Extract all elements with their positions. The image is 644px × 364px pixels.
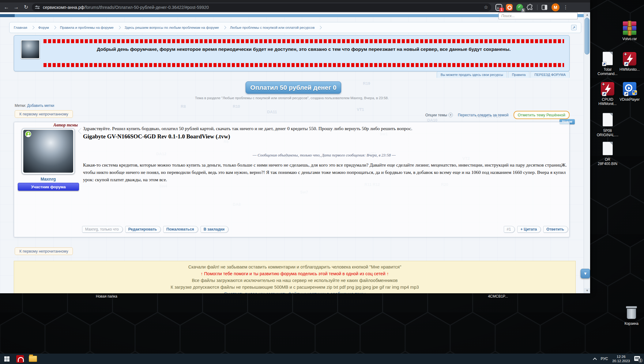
tags-label: Метки: xyxy=(15,103,26,108)
desktop-icon-hwmonitor[interactable]: + ↗ HWMonito... xyxy=(616,51,644,72)
desktop-icon-label-2: ORIGINAL.... xyxy=(593,133,622,137)
desktop-icon-volvo-rar[interactable]: Volvo.rar xyxy=(616,21,644,41)
header-tabs: Вы можете продать здесь свои ресурсы Пра… xyxy=(14,71,570,78)
desktop-icon-vdiskplayer[interactable]: ↗ VDiskPlayer xyxy=(616,81,644,102)
shortcut-arrow-icon: ↗ xyxy=(624,62,628,66)
extension-icon-3[interactable]: 5 xyxy=(516,4,523,11)
first-unread-button[interactable]: К первому непрочитанному xyxy=(15,247,73,255)
bookmark-button[interactable]: В закладки xyxy=(201,226,229,233)
address-bar[interactable]: сервискомп-анна.рф /forums/threads/Оплат… xyxy=(32,3,491,11)
thread-controls: Опции темы ▼ Перестать следить за темой … xyxy=(425,111,570,119)
browser-tab-strip xyxy=(0,0,590,2)
browser-menu-icon[interactable]: ⋮ xyxy=(563,4,568,10)
report-button[interactable]: Пожаловаться xyxy=(163,226,198,233)
desktop-icon-label: HWMonito... xyxy=(620,67,640,72)
red-dashed-line xyxy=(43,63,564,67)
add-tags-link[interactable]: Добавить метки xyxy=(27,103,54,108)
scrollbar-thumb[interactable] xyxy=(585,18,589,54)
site-info-icon[interactable] xyxy=(35,5,40,9)
breadcrumb-forum[interactable]: Форум xyxy=(38,26,49,29)
windows-logo-icon xyxy=(4,356,9,362)
tab-rules[interactable]: Правила xyxy=(508,71,530,78)
toolbar-separator xyxy=(537,5,537,10)
desktop-icon-label: VDiskPlayer xyxy=(620,97,639,102)
watch-video-link[interactable]: Смотреть видео как загружать файлы и кар… xyxy=(14,291,575,293)
breadcrumb-current[interactable]: Любые проблемы с покупкой или оплатой ре… xyxy=(230,26,314,29)
post-number[interactable]: #1 xyxy=(504,226,515,233)
language-indicator[interactable]: РУС xyxy=(601,357,608,361)
extension-badge: 1 xyxy=(499,8,504,12)
desktop-icon-label: Volvo.rar xyxy=(622,37,637,41)
scroll-down-button[interactable]: ▼ xyxy=(581,269,590,278)
breadcrumb-section[interactable]: Здесь решаем вопросы по любым проблемам … xyxy=(125,26,219,29)
edit-button[interactable]: Редактировать xyxy=(125,226,161,233)
taskbar-acrobat[interactable] xyxy=(13,354,26,364)
start-button[interactable] xyxy=(0,354,13,364)
forum-page: DA12VT3 R19DA11 VD3 VD4 VD5R10 Sw1DA10 R… xyxy=(0,12,590,293)
notification-center-icon[interactable]: 1 xyxy=(634,356,641,362)
reply-button[interactable]: Ответить xyxy=(543,226,568,233)
acrobat-icon xyxy=(16,355,24,363)
profile-avatar[interactable]: M xyxy=(552,3,559,11)
breadcrumb-home[interactable]: Главная xyxy=(14,26,27,29)
post-text-line1: Здравствуйте. Решил купить бордвью, опла… xyxy=(83,126,565,131)
scrollbar-up-arrow[interactable]: ▲ xyxy=(584,12,590,17)
breadcrumb-rules[interactable]: Правила и проблемы на форуме xyxy=(60,26,114,29)
vdiskplayer-icon: ↗ xyxy=(622,81,637,96)
file-icon xyxy=(600,141,615,156)
desktop-icon-recycle-bin[interactable]: Корзина xyxy=(617,306,644,326)
desktop-icon-label-behind-window[interactable]: 4CMCB1P... xyxy=(480,294,516,298)
url-path: /forums/threads/Оплатил-50-рублей-денег-… xyxy=(84,5,209,10)
clock[interactable]: 12:26 20.12.2023 xyxy=(612,355,630,363)
post-file-title: Gigabyte GV-N166SOC-6GD Rev 0.1-1.0 Boar… xyxy=(83,133,565,140)
thread-title: Оплатил 50 рублей денег 0 xyxy=(246,81,341,94)
unwatch-thread-link[interactable]: Перестать следить за темой xyxy=(458,113,509,117)
quote-button[interactable]: + Цитата xyxy=(517,226,541,233)
extensions-puzzle-icon[interactable] xyxy=(527,4,533,11)
announcement-banner: Добрый день форумчане, форум некоторое в… xyxy=(14,35,570,71)
download-notice-box: Скачали файл! не забываем оставить комме… xyxy=(14,261,576,293)
desktop-icon-5p08-original[interactable]: 5P08 ORIGINAL.... xyxy=(593,113,622,137)
back-button[interactable]: ← xyxy=(2,3,10,11)
desktop-icon-label: Total xyxy=(604,67,611,72)
author-avatar[interactable] xyxy=(22,128,75,174)
breadcrumb: Главная Форум Правила и проблемы на фору… xyxy=(9,22,581,33)
forum-post: Автор темы Maxnrg Участник форума Здравс… xyxy=(14,122,570,237)
extension-badge: 5 xyxy=(521,8,525,12)
search-input[interactable] xyxy=(499,13,578,19)
post-body-text: Какая-то система кредитов, которые можно… xyxy=(83,161,570,183)
url-host: сервискомп-анна.рф xyxy=(43,5,84,10)
reload-button[interactable]: ↻ xyxy=(22,3,30,11)
extension-icon-2[interactable] xyxy=(506,4,513,11)
browser-window: ← → ↻ сервискомп-анна.рф /forums/threads… xyxy=(0,0,590,293)
extension-icon-1[interactable]: 1 xyxy=(495,4,502,11)
tab-sell-resources[interactable]: Вы можете продать здесь свои ресурсы xyxy=(437,71,507,78)
shortcut-arrow-icon: ↗ xyxy=(602,92,606,96)
desktop-icon-label: 5P08 xyxy=(603,129,612,133)
author-username[interactable]: Maxnrg xyxy=(22,177,75,182)
desktop-icon-label: CPUID xyxy=(602,97,613,102)
side-panel-icon[interactable] xyxy=(541,4,548,11)
scrollbar-down-arrow[interactable]: ▼ xyxy=(584,288,590,293)
post-meta: Maxnrg, только что xyxy=(82,226,123,233)
author-role-badge: Участник форума xyxy=(18,183,79,191)
red-dashed-line xyxy=(43,39,564,43)
first-unread-button[interactable]: К первому непрочитанному xyxy=(15,110,73,118)
notice-line: Все файлы загружаются исключительно на н… xyxy=(14,277,575,284)
mark-solved-button[interactable]: Отметить тему Решённой xyxy=(514,111,570,119)
hidden-icons-chevron[interactable] xyxy=(593,358,597,362)
thread-options-dropdown[interactable]: Опции темы ▼ xyxy=(425,113,453,117)
forward-button[interactable]: → xyxy=(12,3,20,11)
browser-toolbar: ← → ↻ сервискомп-анна.рф /forums/threads… xyxy=(0,2,590,12)
breadcrumb-jump-icon[interactable]: ↗ xyxy=(571,25,577,30)
thread-author-label: Автор темы xyxy=(42,123,78,128)
admin-avatar xyxy=(21,40,40,59)
merged-messages-note: --- Сообщения объединены, только что, Да… xyxy=(83,153,565,158)
tab-forum-move[interactable]: ПЕРЕЕЗД ФОРУМА xyxy=(530,71,570,78)
folder-icon xyxy=(29,356,37,362)
desktop-icon-label-behind-window[interactable]: Новая папка xyxy=(88,294,125,298)
page-scrollbar[interactable]: ▲ ▼ xyxy=(584,12,590,293)
taskbar-explorer[interactable] xyxy=(26,354,39,364)
bookmark-star-icon[interactable]: ☆ xyxy=(484,4,488,10)
desktop-icon-or-28f400[interactable]: OR 28F400.BIN xyxy=(593,141,622,166)
